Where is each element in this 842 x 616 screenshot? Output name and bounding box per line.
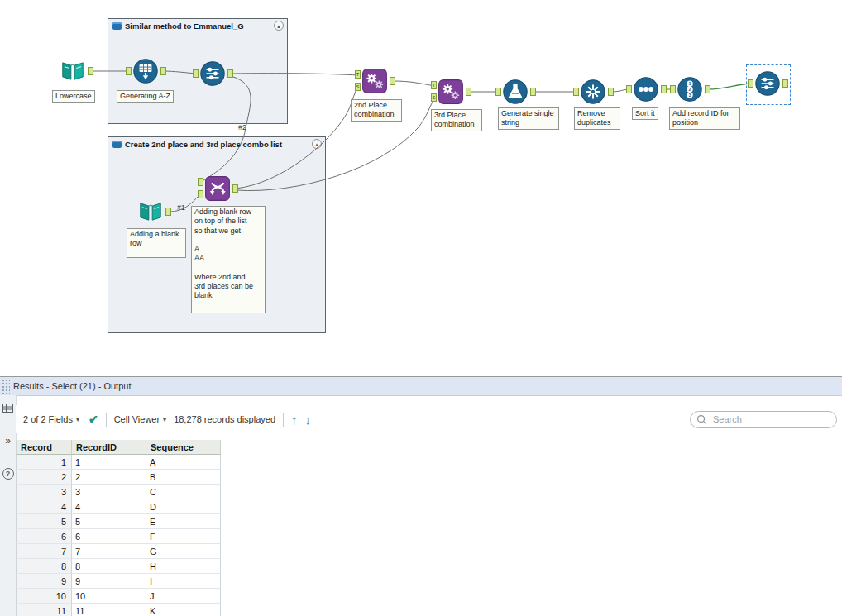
recordid-cell[interactable]: 11 — [72, 604, 146, 616]
tool-sort[interactable] — [633, 76, 659, 103]
table-row[interactable]: 11 11 K — [16, 604, 221, 616]
recordid-cell[interactable]: 7 — [72, 544, 146, 559]
sequence-cell[interactable]: A — [146, 455, 221, 470]
tool-append-2nd-place[interactable]: T S — [361, 68, 388, 94]
sequence-cell[interactable]: E — [146, 514, 221, 529]
column-header-record[interactable]: Record — [16, 440, 72, 455]
input-anchor[interactable] — [198, 190, 203, 198]
tool-append-3rd-place[interactable]: T S — [438, 79, 464, 105]
table-row[interactable]: 3 3 C — [16, 485, 221, 499]
sequence-cell[interactable]: F — [146, 529, 221, 544]
panel-grip[interactable] — [2, 379, 10, 394]
record-number-cell[interactable]: 3 — [16, 485, 72, 499]
annotation-lowercase[interactable]: Lowercase — [52, 90, 95, 103]
annotation-generate-string[interactable]: Generate single string — [498, 107, 559, 130]
tool-unique[interactable] — [580, 79, 606, 105]
output-anchor[interactable] — [705, 85, 710, 93]
annotation-2nd-place[interactable]: 2nd Place combination — [351, 99, 402, 122]
search-input[interactable] — [711, 413, 830, 425]
search-box[interactable] — [690, 411, 837, 428]
output-anchor[interactable] — [530, 88, 536, 96]
tool-select-output[interactable] — [754, 70, 781, 97]
annotation-3rd-place[interactable]: 3rd Place combination — [431, 109, 482, 131]
sequence-cell[interactable]: H — [146, 559, 221, 574]
record-number-cell[interactable]: 5 — [16, 514, 72, 529]
output-anchor[interactable] — [782, 79, 788, 88]
sequence-cell[interactable]: C — [146, 485, 221, 499]
results-panel-header[interactable]: Results - Select (21) - Output — [0, 377, 842, 396]
record-number-cell[interactable]: 8 — [16, 559, 72, 574]
tool-generate-rows[interactable] — [132, 58, 159, 84]
apply-check-icon[interactable]: ✔ — [89, 413, 98, 426]
input-anchor[interactable] — [670, 85, 676, 93]
input-anchor[interactable] — [126, 67, 132, 75]
output-anchor[interactable] — [232, 184, 238, 193]
tool-select-1[interactable] — [199, 60, 226, 87]
recordid-cell[interactable]: 10 — [72, 589, 146, 604]
table-row[interactable]: 7 7 G — [16, 544, 221, 559]
annotation-union-comment[interactable]: Adding blank row on top of the list so t… — [191, 206, 266, 313]
output-anchor[interactable] — [165, 208, 171, 216]
record-number-cell[interactable]: 2 — [16, 470, 72, 485]
sequence-cell[interactable]: G — [146, 544, 221, 559]
output-anchor[interactable] — [160, 67, 166, 75]
input-anchor-source[interactable]: S — [355, 83, 361, 91]
scroll-up-button[interactable]: ↑ — [291, 413, 298, 426]
output-anchor[interactable] — [227, 69, 233, 78]
sequence-cell[interactable]: K — [146, 604, 221, 616]
table-row[interactable]: 9 9 I — [16, 574, 221, 589]
annotation-remove-duplicates[interactable]: Remove duplicates — [574, 107, 620, 130]
record-number-cell[interactable]: 4 — [16, 499, 72, 514]
tool-text-input-blank[interactable] — [137, 198, 164, 225]
input-anchor[interactable] — [198, 178, 203, 186]
fields-dropdown[interactable]: 2 of 2 Fields ▾ — [23, 414, 79, 424]
recordid-cell[interactable]: 1 — [72, 455, 146, 470]
output-anchor[interactable] — [608, 88, 614, 96]
record-number-cell[interactable]: 6 — [16, 529, 72, 544]
input-anchor-target[interactable]: T — [431, 81, 437, 89]
expand-panel-icon[interactable]: » — [2, 434, 14, 446]
table-row[interactable]: 1 1 A — [16, 455, 221, 470]
output-anchor[interactable] — [661, 85, 667, 93]
column-header-sequence[interactable]: Sequence — [146, 440, 221, 455]
input-anchor-source[interactable]: S — [431, 93, 437, 102]
workflow-canvas[interactable]: Similar method to Emmanuel_G ▴ Create 2n… — [0, 0, 842, 376]
sequence-cell[interactable]: B — [146, 470, 221, 485]
input-anchor[interactable] — [573, 88, 579, 96]
record-number-cell[interactable]: 7 — [16, 544, 72, 559]
table-row[interactable]: 6 6 F — [16, 529, 221, 544]
sequence-cell[interactable]: J — [146, 589, 221, 604]
record-number-cell[interactable]: 9 — [16, 574, 72, 589]
tool-lowercase[interactable] — [60, 58, 86, 84]
recordid-cell[interactable]: 2 — [72, 470, 146, 485]
input-anchor-target[interactable]: T — [355, 70, 361, 79]
record-number-cell[interactable]: 10 — [16, 589, 72, 604]
input-anchor[interactable] — [748, 79, 753, 88]
sequence-cell[interactable]: D — [146, 499, 221, 514]
recordid-cell[interactable]: 3 — [72, 485, 146, 499]
annotation-record-id[interactable]: Add record ID for position — [669, 107, 740, 130]
annotation-blank-row[interactable]: Adding a blank row — [127, 228, 186, 258]
recordid-cell[interactable]: 4 — [72, 499, 146, 514]
record-number-cell[interactable]: 1 — [16, 455, 72, 470]
column-header-recordid[interactable]: RecordID — [72, 440, 146, 455]
scroll-down-button[interactable]: ↓ — [305, 413, 312, 426]
table-row[interactable]: 2 2 B — [16, 470, 221, 485]
recordid-cell[interactable]: 5 — [72, 514, 146, 529]
table-row[interactable]: 10 10 J — [16, 589, 221, 604]
recordid-cell[interactable]: 8 — [72, 559, 146, 574]
output-anchor[interactable] — [466, 88, 471, 96]
cell-viewer-dropdown[interactable]: Cell Viewer ▾ — [114, 414, 166, 424]
recordid-cell[interactable]: 9 — [72, 574, 146, 589]
annotation-sort[interactable]: Sort it — [632, 107, 658, 120]
tool-record-id[interactable]: 123 — [677, 76, 703, 103]
table-row[interactable]: 8 8 H — [16, 559, 221, 574]
input-anchor[interactable] — [626, 85, 632, 93]
input-anchor[interactable] — [495, 88, 501, 96]
tool-union[interactable] — [204, 175, 231, 202]
table-row[interactable]: 4 4 D — [16, 499, 221, 514]
annotation-generating-az[interactable]: Generating A-Z — [117, 90, 174, 103]
help-icon[interactable]: ? — [2, 468, 14, 480]
results-table-icon[interactable] — [2, 402, 14, 414]
output-anchor[interactable] — [390, 77, 395, 85]
